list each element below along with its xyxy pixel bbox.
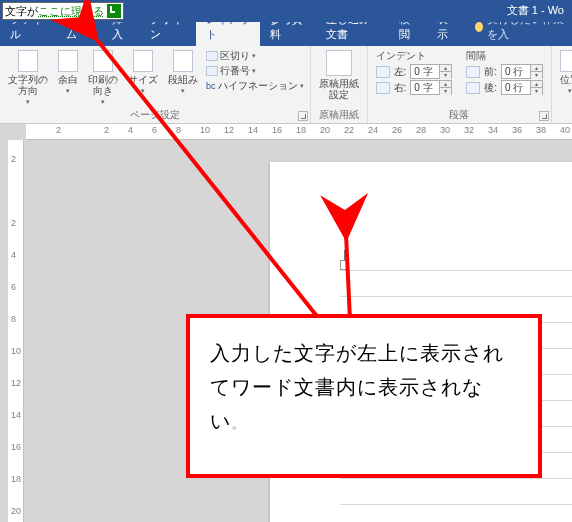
indent-right-input[interactable]: 0 字▴▾ [410,80,452,95]
spacing-header: 間隔 [466,49,486,63]
spacing-after-input[interactable]: 0 行▴▾ [501,80,543,95]
group-label-page-setup: ページ設定 [6,107,304,122]
ime-badge-icon [107,4,121,18]
spacing-after-icon [466,82,480,94]
chevron-down-icon: ▾ [66,87,70,95]
chevron-down-icon: ▾ [101,98,105,106]
annotation-callout: 入力した文字が左上に表示されてワード文書内に表示されない。 [186,314,542,478]
spacing-after-label: 後: [484,81,497,95]
indent-header: インデント [376,49,426,63]
line-numbers-button[interactable]: 行番号▾ [206,64,304,78]
chevron-down-icon: ▾ [26,98,30,106]
spacing-before-input[interactable]: 0 行▴▾ [501,64,543,79]
callout-text: 入力した文字が左上に表示されてワード文書内に表示されない [210,342,504,432]
callout-period: 。 [231,414,247,431]
chevron-down-icon: ▾ [181,87,185,95]
columns-button[interactable]: 段組み ▾ [166,49,200,96]
size-button[interactable]: サイズ ▾ [126,49,160,96]
margins-button[interactable]: 余白 ▾ [56,49,80,96]
ribbon-tabs: ファイル ホーム 挿入 デザイン レイアウト 参考資料 差し込み文書 校閲 表示… [0,22,572,46]
ime-composition-box[interactable]: 文字が ここに現れる [2,2,124,20]
lightbulb-icon [475,22,483,32]
spin-down-icon[interactable]: ▾ [439,72,451,79]
position-button[interactable]: 位置 ▾ [558,49,572,96]
ribbon: 文字列の 方向 ▾ 余白 ▾ 印刷の 向き ▾ サイズ ▾ 段組み ▾ [0,46,572,124]
hyphenation-button[interactable]: bcハイフネーション▾ [206,79,304,93]
horizontal-ruler[interactable]: 224681012141618202224262830323436384042 [26,124,572,140]
orientation-button[interactable]: 印刷の 向き ▾ [86,49,120,107]
manuscript-paper-icon [326,50,352,76]
spacing-before-label: 前: [484,65,497,79]
position-icon [560,50,572,72]
breaks-button[interactable]: 区切り▾ [206,49,304,63]
orientation-icon [93,50,113,72]
manuscript-paper-button[interactable]: 原稿用紙 設定 [317,49,361,101]
indent-left-icon [376,66,390,78]
group-label-paragraph: 段落 [376,107,544,122]
text-cursor-icon [340,256,350,270]
spin-up-icon[interactable]: ▴ [439,65,451,72]
hyphenation-icon: bc [206,81,216,91]
vertical-ruler[interactable]: 22468101214161820 [8,140,24,522]
text-direction-button[interactable]: 文字列の 方向 ▾ [6,49,50,107]
indent-right-icon [376,82,390,94]
ime-suggestion-text: ここに現れる [38,3,104,19]
window-title: 文書 1 - Wo [507,3,564,18]
page-setup-dialog-launcher[interactable] [298,111,308,121]
indent-left-input[interactable]: 0 字▴▾ [410,64,452,79]
ime-committed-text: 文字が [5,3,38,19]
margins-icon [58,50,78,72]
chevron-down-icon: ▾ [568,87,572,95]
chevron-down-icon: ▾ [141,87,145,95]
group-label-genkou: 原稿用紙 [317,107,361,122]
page-size-icon [133,50,153,72]
indent-left-label: 左: [394,65,407,79]
line-numbers-icon [206,66,218,76]
text-direction-icon [18,50,38,72]
title-bar: 文字が ここに現れる 文書 1 - Wo [0,0,572,22]
columns-icon [173,50,193,72]
breaks-icon [206,51,218,61]
paragraph-dialog-launcher[interactable] [539,111,549,121]
indent-right-label: 右: [394,81,407,95]
spacing-before-icon [466,66,480,78]
